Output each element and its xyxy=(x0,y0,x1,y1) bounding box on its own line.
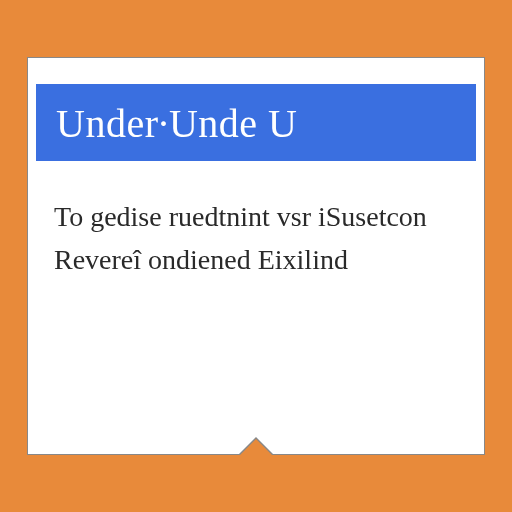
card-header: Under·Unde U xyxy=(36,84,476,161)
card-body: To gedise ruedtnint vsr iSusetcon Revere… xyxy=(28,161,484,282)
body-text: To gedise ruedtnint vsr iSusetcon Revere… xyxy=(54,201,427,275)
header-title: Under·Unde U xyxy=(56,101,298,146)
info-card: Under·Unde U To gedise ruedtnint vsr iSu… xyxy=(27,57,485,455)
